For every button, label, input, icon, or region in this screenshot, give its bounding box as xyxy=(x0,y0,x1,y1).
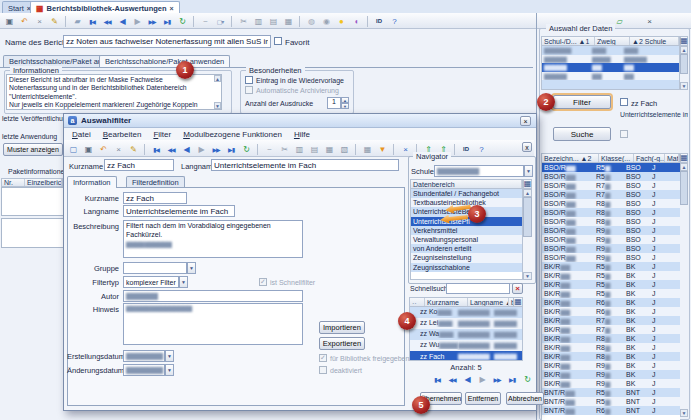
edit-icon[interactable]: ✎ xyxy=(126,142,140,156)
scroll-up-icon[interactable]: ▲ xyxy=(680,46,688,54)
nav-back-icon[interactable]: ◀ xyxy=(460,372,474,386)
field-chooser-icon[interactable]: ▦ xyxy=(680,36,688,46)
nav-first-icon[interactable]: ▮◀ xyxy=(430,372,444,386)
nav-forward-icon[interactable]: ▶ xyxy=(130,14,144,28)
nav-last-icon[interactable]: ▶▮ xyxy=(505,372,519,386)
delete-icon[interactable]: × xyxy=(111,142,125,156)
exportieren-button[interactable]: Exportieren xyxy=(319,337,365,350)
datenbereich-header[interactable]: Datenbereich xyxy=(410,179,523,189)
kurse-table-row[interactable]: BSO/R▆▆R7▆BSOJ xyxy=(542,190,680,199)
form-aenderung-input[interactable]: ▆▆▆▆▆▆▆ xyxy=(123,364,165,376)
col-nr[interactable]: Nr. xyxy=(2,179,25,186)
cut-icon[interactable]: ✂ xyxy=(236,14,250,28)
col-bezeichnung[interactable]: Bezeichn... ▲2 xyxy=(542,154,599,162)
paste-icon[interactable]: ▤ xyxy=(266,14,280,28)
menu-item-filter[interactable]: Filter xyxy=(147,130,177,139)
kurse-table-row[interactable]: BK/R▆▆R5▆BKJ xyxy=(542,271,680,280)
folder-icon[interactable]: ▰ xyxy=(70,14,84,28)
kurse-table-row[interactable]: BSO/R▆▆R8▆BSOJ xyxy=(542,199,680,208)
form-hinweis-textarea[interactable]: ▆▆ ▆ ▆▆ ▆ ▆▆▆▆▆▆▆▆ xyxy=(123,303,303,345)
help-icon[interactable]: ? xyxy=(387,14,401,28)
kurse-table-row[interactable]: BK/R▆▆R9▆BKJ xyxy=(542,361,680,370)
new-icon[interactable]: ▢ xyxy=(66,142,80,156)
remove-icon[interactable]: − xyxy=(262,142,276,156)
menu-item-bearbeiten[interactable]: Bearbeiten xyxy=(97,130,148,139)
schulen-table-row[interactable] xyxy=(542,80,679,89)
kurse-table-row[interactable]: BSO/R▆▆R9▆BSOJ xyxy=(542,244,680,253)
paket-list-2[interactable] xyxy=(1,218,65,248)
scroll-down-icon[interactable]: ▼ xyxy=(214,102,221,109)
schule-combo[interactable]: ▆▆▆▆▆▆▆▆ xyxy=(434,165,524,177)
schulen-table-row[interactable]: ▆▆▆▆▆▆▆▆▆▆▆▆ xyxy=(542,46,679,55)
muster-anzeigen-button[interactable]: Muster anzeigen xyxy=(3,143,63,156)
move-icon[interactable]: ▧ xyxy=(337,142,351,156)
kurse-table-row[interactable]: BK/R▆▆R5▆BKJ xyxy=(542,280,680,289)
report-name-input[interactable] xyxy=(63,35,271,48)
scroll-up-icon[interactable]: ▲ xyxy=(214,75,221,82)
entfernen-button[interactable]: Entfernen xyxy=(465,392,501,405)
page-new-icon[interactable]: ▢▾ xyxy=(213,14,227,28)
schulen-table-row[interactable]: ▆▆▆▆▆▆▆▆▆ xyxy=(542,72,679,81)
menu-item-hilfe[interactable]: Hilfe xyxy=(288,130,316,139)
help-icon[interactable]: ? xyxy=(474,142,488,156)
form-erstellung-input[interactable]: ▆▆▆▆▆▆▆ xyxy=(123,350,165,362)
form-filtertyp-combo[interactable] xyxy=(123,276,179,288)
panel-close-button[interactable]: x xyxy=(522,142,532,152)
nav-fastback-icon[interactable]: ◀◀ xyxy=(445,372,459,386)
close-icon[interactable]: × xyxy=(170,5,174,12)
filter-table-row[interactable]: zz Fach▆▆▆▆▆▆▆▆▆▆▆▆ xyxy=(410,351,522,361)
kurse-table-row[interactable]: BK/R▆▆R8▆BKJ xyxy=(542,334,680,343)
field-chooser-icon[interactable]: ▦ xyxy=(513,297,523,307)
scroll-up-icon[interactable]: ▲ xyxy=(523,189,532,197)
megaphone-icon[interactable]: ◖ xyxy=(349,14,363,28)
form-beschreibung-textarea[interactable]: Filtert nach dem im Vorabdialog eingegeb… xyxy=(123,220,303,258)
print-icon[interactable]: ▦ xyxy=(360,142,374,156)
kurse-table-row[interactable]: BSO/R▆▆R5▆BSOJ xyxy=(542,172,680,181)
undo-icon[interactable]: ↶ xyxy=(17,14,31,28)
kurse-table-row[interactable]: BK/R▆▆R6▆BKJ xyxy=(542,298,680,307)
nav-first-icon[interactable]: ▮◀ xyxy=(149,142,163,156)
col-mat[interactable]: Mat... ▲1 xyxy=(665,154,679,162)
filter-table-row[interactable]: zz Wu▆▆▆▆▆▆▆▆▆▆▆▆▆▆▆▆ xyxy=(410,340,522,351)
kurse-table-row[interactable]: BK/R▆▆R7▆BKJ xyxy=(542,316,680,325)
kurse-table-row[interactable]: BSO/R▆▆R9▆BSOJ xyxy=(542,226,680,235)
schulen-table-row[interactable]: ▆▆▆▆▆▆▆▆▆▆▆▆▆▆ xyxy=(542,55,679,64)
kurse-table-row[interactable]: BK/R▆▆R7▆BKJ xyxy=(542,325,680,334)
form-kurzname-input[interactable] xyxy=(123,192,187,204)
nav-last-icon[interactable]: ▶▮ xyxy=(224,142,238,156)
kurse-table-row[interactable]: BK/R▆▆R8▆BKJ xyxy=(542,352,680,361)
phone-icon[interactable]: ◉ xyxy=(319,14,333,28)
nav-fastforward-icon[interactable]: ▶▶ xyxy=(209,142,223,156)
tab-information[interactable]: Information xyxy=(67,176,117,188)
form-langname-input[interactable] xyxy=(123,205,235,217)
wiedervorlage-checkbox[interactable] xyxy=(245,76,253,84)
cut-icon[interactable]: ✂ xyxy=(277,142,291,156)
remove-icon[interactable]: − xyxy=(198,14,212,28)
form-autor-input[interactable]: ▆▆▆▆▆▆ xyxy=(123,290,303,302)
id-icon[interactable]: ID xyxy=(459,142,473,156)
kurse-table-row[interactable]: BNT/R▆▆R6▆BNTJ xyxy=(542,406,680,415)
anzahl-ausdrucke-value[interactable]: 1 xyxy=(327,97,341,109)
nav-fastforward-icon[interactable]: ▶▶ xyxy=(145,14,159,28)
langname-input[interactable] xyxy=(211,159,399,171)
col-marker[interactable]: ‥ xyxy=(410,298,425,306)
datenbereich-item[interactable]: Verkehrsmittel xyxy=(411,226,522,235)
chevron-down-icon[interactable]: ▼ xyxy=(524,165,533,177)
importieren-button[interactable]: Importieren xyxy=(319,321,365,334)
chevron-down-icon[interactable]: ▼ xyxy=(165,364,174,376)
scroll-thumb[interactable] xyxy=(523,197,532,237)
kurse-table-row[interactable]: BK/R▆▆R9▆BKJ xyxy=(542,370,680,379)
lightbulb-icon[interactable]: ● xyxy=(334,14,348,28)
chevron-down-icon[interactable]: ▼ xyxy=(179,276,188,288)
edit-icon[interactable]: ✎ xyxy=(47,14,61,28)
chevron-down-icon[interactable]: ▼ xyxy=(165,350,174,362)
copy-icon[interactable]: ▥ xyxy=(292,142,306,156)
menu-item-datei[interactable]: Datei xyxy=(66,130,97,139)
kurse-table-row[interactable]: BNT/R▆▆R5▆BNTJ xyxy=(542,397,680,406)
nav-back-icon[interactable]: ◀ xyxy=(179,142,193,156)
kurse-table-row[interactable]: BSO/R▆▆R9▆BSOJ xyxy=(542,253,680,262)
dialog-close-button[interactable]: × xyxy=(520,116,531,126)
scroll-up-icon[interactable]: ▲ xyxy=(680,163,688,171)
kurse-table-row[interactable]: BK/R▆▆R5▆BKJ xyxy=(542,262,680,271)
dialog-titlebar[interactable]: a Auswahlfilter xyxy=(64,114,536,128)
